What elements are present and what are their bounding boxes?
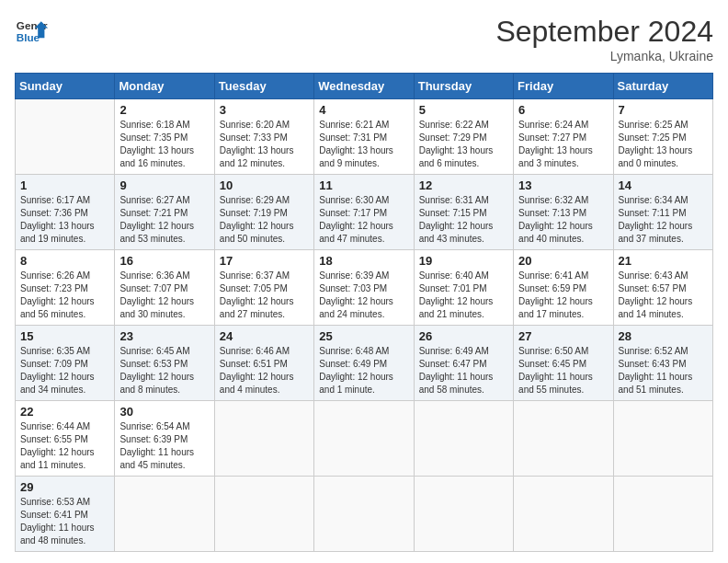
day-detail: Sunrise: 6:44 AM Sunset: 6:55 PM Dayligh…	[20, 420, 109, 472]
calendar-week-3: 15Sunrise: 6:35 AM Sunset: 7:09 PM Dayli…	[16, 326, 713, 401]
calendar-cell: 30Sunrise: 6:54 AM Sunset: 6:39 PM Dayli…	[115, 401, 214, 477]
day-detail: Sunrise: 6:25 AM Sunset: 7:25 PM Dayligh…	[619, 119, 708, 170]
day-number: 5	[419, 103, 508, 117]
day-number: 25	[319, 329, 408, 343]
day-detail: Sunrise: 6:24 AM Sunset: 7:27 PM Dayligh…	[518, 119, 608, 170]
day-detail: Sunrise: 6:31 AM Sunset: 7:15 PM Dayligh…	[419, 194, 508, 246]
day-number: 11	[319, 178, 408, 192]
calendar-cell: 6Sunrise: 6:24 AM Sunset: 7:27 PM Daylig…	[514, 99, 613, 175]
day-number: 17	[220, 254, 309, 268]
calendar-week-5: 29Sunrise: 6:53 AM Sunset: 6:41 PM Dayli…	[16, 477, 713, 552]
day-number: 3	[220, 103, 309, 117]
calendar-cell: 22Sunrise: 6:44 AM Sunset: 6:55 PM Dayli…	[16, 401, 115, 477]
calendar-cell: 4Sunrise: 6:21 AM Sunset: 7:31 PM Daylig…	[314, 99, 414, 175]
calendar-cell: 16Sunrise: 6:36 AM Sunset: 7:07 PM Dayli…	[115, 250, 214, 326]
col-header-tuesday: Tuesday	[214, 74, 313, 99]
calendar-cell	[314, 477, 414, 552]
day-number: 21	[619, 254, 708, 268]
calendar-cell: 23Sunrise: 6:45 AM Sunset: 6:53 PM Dayli…	[115, 326, 214, 401]
day-detail: Sunrise: 6:46 AM Sunset: 6:51 PM Dayligh…	[220, 345, 309, 396]
day-detail: Sunrise: 6:34 AM Sunset: 7:11 PM Dayligh…	[619, 194, 708, 246]
day-number: 1	[20, 178, 109, 192]
day-detail: Sunrise: 6:17 AM Sunset: 7:36 PM Dayligh…	[20, 194, 109, 246]
day-detail: Sunrise: 6:18 AM Sunset: 7:35 PM Dayligh…	[119, 119, 209, 170]
calendar-cell: 29Sunrise: 6:53 AM Sunset: 6:41 PM Dayli…	[16, 477, 115, 552]
day-detail: Sunrise: 6:30 AM Sunset: 7:17 PM Dayligh…	[319, 194, 408, 246]
day-number: 28	[619, 329, 708, 343]
day-detail: Sunrise: 6:50 AM Sunset: 6:45 PM Dayligh…	[518, 345, 608, 396]
day-number: 2	[119, 103, 209, 117]
calendar-cell: 25Sunrise: 6:48 AM Sunset: 6:49 PM Dayli…	[314, 326, 414, 401]
calendar-cell: 14Sunrise: 6:34 AM Sunset: 7:11 PM Dayli…	[613, 175, 712, 250]
calendar-cell: 3Sunrise: 6:20 AM Sunset: 7:33 PM Daylig…	[214, 99, 313, 175]
day-number: 18	[319, 254, 408, 268]
day-detail: Sunrise: 6:37 AM Sunset: 7:05 PM Dayligh…	[220, 270, 309, 321]
day-detail: Sunrise: 6:40 AM Sunset: 7:01 PM Dayligh…	[419, 270, 508, 321]
svg-text:Blue: Blue	[17, 31, 40, 43]
day-number: 22	[20, 405, 109, 419]
calendar-cell: 19Sunrise: 6:40 AM Sunset: 7:01 PM Dayli…	[414, 250, 513, 326]
calendar-cell: 24Sunrise: 6:46 AM Sunset: 6:51 PM Dayli…	[214, 326, 313, 401]
calendar-week-1: 1Sunrise: 6:17 AM Sunset: 7:36 PM Daylig…	[16, 175, 713, 250]
day-detail: Sunrise: 6:49 AM Sunset: 6:47 PM Dayligh…	[419, 345, 508, 396]
calendar-cell: 17Sunrise: 6:37 AM Sunset: 7:05 PM Dayli…	[214, 250, 313, 326]
col-header-thursday: Thursday	[414, 74, 513, 99]
calendar-cell: 21Sunrise: 6:43 AM Sunset: 6:57 PM Dayli…	[613, 250, 712, 326]
calendar-cell: 28Sunrise: 6:52 AM Sunset: 6:43 PM Dayli…	[613, 326, 712, 401]
day-number: 4	[319, 103, 408, 117]
calendar-cell	[314, 401, 414, 477]
calendar-cell: 20Sunrise: 6:41 AM Sunset: 6:59 PM Dayli…	[514, 250, 613, 326]
calendar-week-4: 22Sunrise: 6:44 AM Sunset: 6:55 PM Dayli…	[16, 401, 713, 477]
day-number: 6	[518, 103, 608, 117]
day-number: 24	[220, 329, 309, 343]
calendar-cell: 11Sunrise: 6:30 AM Sunset: 7:17 PM Dayli…	[314, 175, 414, 250]
day-detail: Sunrise: 6:32 AM Sunset: 7:13 PM Dayligh…	[518, 194, 608, 246]
calendar-cell: 13Sunrise: 6:32 AM Sunset: 7:13 PM Dayli…	[514, 175, 613, 250]
calendar-cell	[414, 477, 513, 552]
calendar-cell: 18Sunrise: 6:39 AM Sunset: 7:03 PM Dayli…	[314, 250, 414, 326]
day-detail: Sunrise: 6:41 AM Sunset: 6:59 PM Dayligh…	[518, 270, 608, 321]
day-number: 12	[419, 178, 508, 192]
day-number: 8	[20, 254, 109, 268]
day-detail: Sunrise: 6:20 AM Sunset: 7:33 PM Dayligh…	[220, 119, 309, 170]
calendar-cell	[115, 477, 214, 552]
day-number: 9	[119, 178, 209, 192]
calendar-cell: 7Sunrise: 6:25 AM Sunset: 7:25 PM Daylig…	[613, 99, 712, 175]
day-number: 7	[619, 103, 708, 117]
col-header-monday: Monday	[115, 74, 214, 99]
day-detail: Sunrise: 6:26 AM Sunset: 7:23 PM Dayligh…	[20, 270, 109, 321]
day-detail: Sunrise: 6:21 AM Sunset: 7:31 PM Dayligh…	[319, 119, 408, 170]
day-detail: Sunrise: 6:36 AM Sunset: 7:07 PM Dayligh…	[119, 270, 209, 321]
title-block: September 2024 Lymanka, Ukraine	[495, 15, 713, 63]
day-number: 27	[518, 329, 608, 343]
day-number: 13	[518, 178, 608, 192]
day-number: 23	[119, 329, 209, 343]
calendar-cell: 9Sunrise: 6:27 AM Sunset: 7:21 PM Daylig…	[115, 175, 214, 250]
day-number: 16	[119, 254, 209, 268]
day-number: 19	[419, 254, 508, 268]
page-header: General Blue General September 2024 Lyma…	[15, 15, 713, 63]
col-header-saturday: Saturday	[613, 74, 712, 99]
calendar-week-0: 2Sunrise: 6:18 AM Sunset: 7:35 PM Daylig…	[16, 99, 713, 175]
day-detail: Sunrise: 6:39 AM Sunset: 7:03 PM Dayligh…	[319, 270, 408, 321]
day-number: 26	[419, 329, 508, 343]
day-number: 10	[220, 178, 309, 192]
calendar-cell	[514, 477, 613, 552]
calendar-cell: 27Sunrise: 6:50 AM Sunset: 6:45 PM Dayli…	[514, 326, 613, 401]
calendar-cell	[214, 477, 313, 552]
calendar-cell: 15Sunrise: 6:35 AM Sunset: 7:09 PM Dayli…	[16, 326, 115, 401]
day-number: 29	[20, 480, 109, 494]
calendar-cell	[16, 99, 115, 175]
location-subtitle: Lymanka, Ukraine	[495, 49, 713, 63]
logo-icon: General Blue	[15, 15, 48, 48]
calendar-cell: 10Sunrise: 6:29 AM Sunset: 7:19 PM Dayli…	[214, 175, 313, 250]
day-number: 30	[119, 405, 209, 419]
calendar-table: SundayMondayTuesdayWednesdayThursdayFrid…	[15, 73, 713, 552]
month-title: September 2024	[495, 15, 713, 49]
calendar-cell	[414, 401, 513, 477]
calendar-cell	[214, 401, 313, 477]
col-header-sunday: Sunday	[16, 74, 115, 99]
day-detail: Sunrise: 6:43 AM Sunset: 6:57 PM Dayligh…	[619, 270, 708, 321]
day-detail: Sunrise: 6:53 AM Sunset: 6:41 PM Dayligh…	[20, 496, 109, 547]
calendar-cell	[514, 401, 613, 477]
